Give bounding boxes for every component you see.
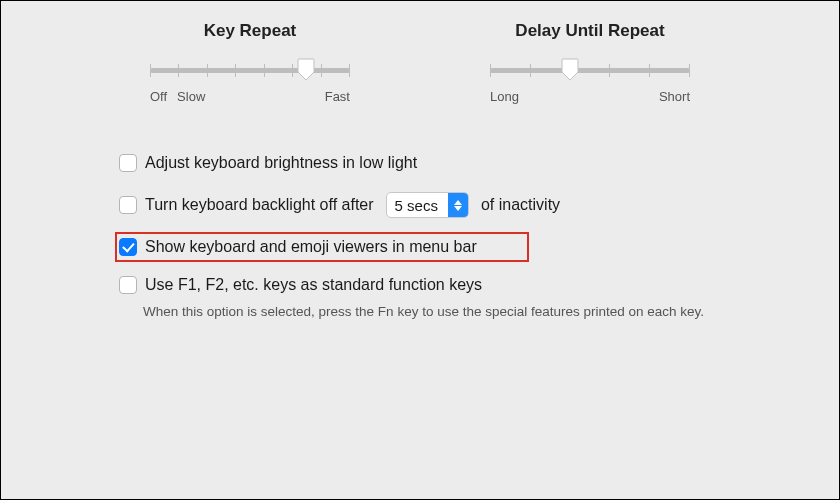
option-backlight-off: Turn keyboard backlight off after 5 secs… bbox=[117, 188, 815, 222]
delay-label-long: Long bbox=[490, 89, 519, 104]
checkbox-show-viewers[interactable] bbox=[119, 238, 137, 256]
delay-labels: Long Short bbox=[490, 89, 690, 104]
delay-slider[interactable] bbox=[490, 59, 690, 83]
backlight-timeout-select[interactable]: 5 secs bbox=[386, 192, 469, 218]
fn-keys-helper: When this option is selected, press the … bbox=[143, 304, 815, 319]
keyboard-options: Adjust keyboard brightness in low light … bbox=[1, 150, 839, 319]
slider-ticks bbox=[150, 64, 350, 77]
label-show-viewers: Show keyboard and emoji viewers in menu … bbox=[145, 238, 477, 256]
key-repeat-slider[interactable] bbox=[150, 59, 350, 83]
label-adjust-brightness: Adjust keyboard brightness in low light bbox=[145, 154, 417, 172]
key-repeat-label-slow: Slow bbox=[177, 89, 205, 104]
key-repeat-label-off: Off bbox=[150, 89, 167, 104]
key-repeat-title: Key Repeat bbox=[204, 21, 297, 41]
slider-ticks bbox=[490, 64, 690, 77]
key-repeat-label-fast: Fast bbox=[325, 89, 350, 104]
sliders-row: Key Repeat Off Slow Fast Delay Until Rep… bbox=[1, 1, 839, 104]
checkbox-backlight-off[interactable] bbox=[119, 196, 137, 214]
backlight-timeout-value: 5 secs bbox=[387, 193, 448, 217]
label-backlight-post: of inactivity bbox=[481, 196, 560, 214]
delay-title: Delay Until Repeat bbox=[515, 21, 664, 41]
label-fn-keys: Use F1, F2, etc. keys as standard functi… bbox=[145, 276, 482, 294]
key-repeat-slider-group: Key Repeat Off Slow Fast bbox=[140, 21, 360, 104]
option-adjust-brightness: Adjust keyboard brightness in low light bbox=[117, 150, 815, 176]
label-backlight-pre: Turn keyboard backlight off after bbox=[145, 196, 374, 214]
checkbox-adjust-brightness[interactable] bbox=[119, 154, 137, 172]
delay-slider-group: Delay Until Repeat Long Short bbox=[480, 21, 700, 104]
stepper-arrows-icon bbox=[448, 193, 468, 217]
delay-thumb[interactable] bbox=[561, 57, 579, 81]
key-repeat-thumb[interactable] bbox=[297, 57, 315, 81]
option-show-viewers: Show keyboard and emoji viewers in menu … bbox=[117, 234, 527, 260]
option-fn-keys: Use F1, F2, etc. keys as standard functi… bbox=[117, 272, 815, 298]
key-repeat-labels: Off Slow Fast bbox=[150, 89, 350, 104]
checkbox-fn-keys[interactable] bbox=[119, 276, 137, 294]
delay-label-short: Short bbox=[659, 89, 690, 104]
